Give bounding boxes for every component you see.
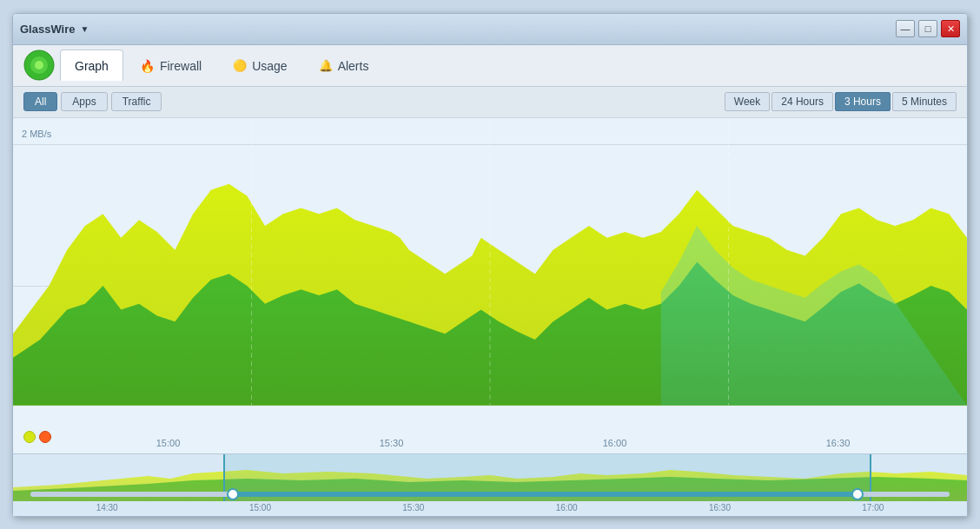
usage-icon: 🟡 (233, 59, 247, 72)
firewall-tab-label: Firewall (160, 59, 202, 73)
time-5minutes-button[interactable]: 5 Minutes (892, 92, 957, 111)
svg-point-2 (35, 61, 43, 69)
graph-tab-label: Graph (75, 59, 109, 73)
slider-fill (233, 492, 858, 497)
filter-all-button[interactable]: All (23, 92, 57, 111)
tab-usage[interactable]: 🟡 Usage (218, 50, 301, 81)
main-window: GlassWire ▼ — □ ✕ Graph 🔥 Firewall 🟡 Usa… (12, 13, 968, 517)
x-label-1600: 16:00 (603, 438, 627, 448)
mini-chart-area: 14:30 15:00 15:30 16:00 16:30 17:00 (13, 453, 967, 516)
usage-tab-label: Usage (252, 59, 287, 73)
window-controls: — □ ✕ (896, 20, 960, 37)
maximize-button[interactable]: □ (918, 20, 937, 37)
chart-icons (23, 431, 51, 443)
time-controls: Week 24 Hours 3 Hours 5 Minutes (725, 92, 957, 111)
mini-x-label-1530: 15:30 (402, 503, 424, 512)
mini-x-labels: 14:30 15:00 15:30 16:00 16:30 17:00 (13, 503, 967, 512)
main-chart-area: 2 MB/s (13, 118, 967, 453)
slider-right-thumb[interactable] (851, 488, 864, 500)
tab-alerts[interactable]: 🔔 Alerts (304, 50, 384, 81)
filter-bar: All Apps Traffic Week 24 Hours 3 Hours 5… (13, 87, 967, 118)
orange-dot-icon (39, 431, 51, 443)
x-label-1500: 15:00 (156, 438, 181, 448)
alerts-tab-label: Alerts (338, 59, 369, 73)
alerts-icon: 🔔 (319, 59, 333, 72)
tab-firewall[interactable]: 🔥 Firewall (125, 50, 216, 81)
filter-apps-button[interactable]: Apps (61, 92, 107, 111)
title-dropdown-icon[interactable]: ▼ (80, 24, 89, 34)
mini-x-label-1600: 16:00 (556, 503, 578, 512)
minimize-button[interactable]: — (896, 20, 915, 37)
time-3hours-button[interactable]: 3 Hours (835, 92, 891, 111)
close-button[interactable]: ✕ (941, 20, 960, 37)
title-bar-left: GlassWire ▼ (20, 23, 89, 36)
filter-traffic-button[interactable]: Traffic (111, 92, 162, 111)
slider-track (30, 492, 950, 497)
x-label-1630: 16:30 (826, 438, 851, 448)
slider-left-thumb[interactable] (227, 488, 239, 500)
app-title: GlassWire (20, 23, 75, 36)
x-label-1530: 15:30 (380, 438, 404, 448)
yellow-dot-icon (23, 431, 36, 443)
filter-left: All Apps Traffic (23, 92, 162, 111)
app-logo (23, 50, 55, 81)
mini-x-label-1430: 14:30 (96, 503, 118, 512)
time-week-button[interactable]: Week (725, 92, 770, 111)
nav-bar: Graph 🔥 Firewall 🟡 Usage 🔔 Alerts (13, 45, 967, 87)
tab-graph[interactable]: Graph (60, 50, 123, 81)
mini-x-label-1500: 15:00 (249, 503, 271, 512)
mini-x-label-1630: 16:30 (709, 503, 731, 512)
firewall-icon: 🔥 (140, 59, 155, 73)
x-axis-row: 15:00 15:30 16:00 16:30 (13, 438, 967, 448)
main-chart-svg (13, 118, 967, 453)
time-24hours-button[interactable]: 24 Hours (771, 92, 833, 111)
title-bar: GlassWire ▼ — □ ✕ (13, 14, 967, 45)
mini-x-label-1700: 17:00 (862, 503, 884, 512)
